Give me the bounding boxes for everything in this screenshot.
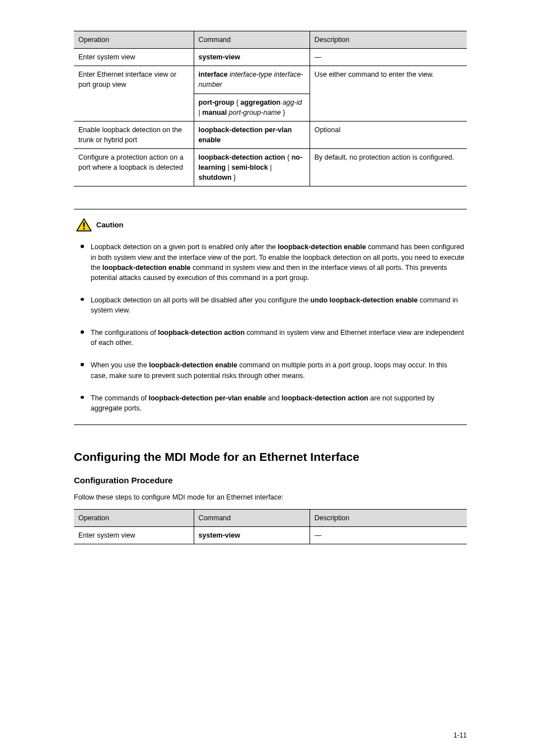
cell-cmd: system-view [194,49,310,66]
table-row: Enter system view system-view — [74,49,467,66]
table-row: Configure a protection action on a port … [74,149,467,186]
cell-cmd: loopback-detection per-vlan enable [194,121,310,148]
cell-op: Enter system view [74,527,194,544]
cell-op: Enable loopback detection on the trunk o… [74,121,194,148]
section-intro: Follow these steps to configure MDI mode… [74,492,467,502]
cell-desc: Optional [310,121,467,148]
list-item: Loopback detection on a given port is en… [77,242,466,283]
list-item: Loopback detection on all ports will be … [77,295,466,315]
table-header-desc: Description [310,510,467,527]
cell-desc: Use either command to enter the view. [310,66,467,122]
cell-cmd: port-group { aggregation agg-id | manual… [194,94,310,121]
caution-list: Loopback detection on a given port is en… [75,242,466,413]
caution-title: Caution [96,220,123,231]
cell-cmd: system-view [194,527,310,544]
caution-callout: Caution Loopback detection on a given po… [74,209,467,425]
cell-desc: By default, no protection action is conf… [310,149,467,186]
table-header-cmd: Command [194,510,310,527]
table-header-op: Operation [74,31,194,49]
svg-rect-1 [83,222,85,227]
table-row: Enter system view system-view — [74,527,467,544]
list-item: The commands of loopback-detection per-v… [77,393,466,413]
svg-point-2 [83,228,85,230]
subsection-heading-procedure: Configuration Procedure [74,474,467,487]
table-header-cmd: Command [194,31,310,49]
table-row: Enter Ethernet interface view or port gr… [74,66,467,94]
caution-icon [76,218,92,232]
table-header-op: Operation [74,510,194,527]
table-commands-mdi: Operation Command Description Enter syst… [74,509,467,544]
table-row: Enable loopback detection on the trunk o… [74,121,467,148]
cell-op: Enter system view [74,49,194,66]
section-heading-mdi: Configuring the MDI Mode for an Ethernet… [74,449,467,465]
cell-op: Enter Ethernet interface view or port gr… [74,66,194,122]
page-number: 1-11 [453,731,467,740]
table-commands-loopback: Operation Command Description Enter syst… [74,31,467,186]
cell-desc: — [310,49,467,66]
table-header-desc: Description [310,31,467,49]
cell-cmd: loopback-detection action { no-learning … [194,149,310,186]
cell-desc: — [310,527,467,544]
list-item: The configurations of loopback-detection… [77,328,466,348]
cell-op: Configure a protection action on a port … [74,149,194,186]
list-item: When you use the loopback-detection enab… [77,360,466,380]
cell-cmd: interface interface-type interface-numbe… [194,66,310,94]
